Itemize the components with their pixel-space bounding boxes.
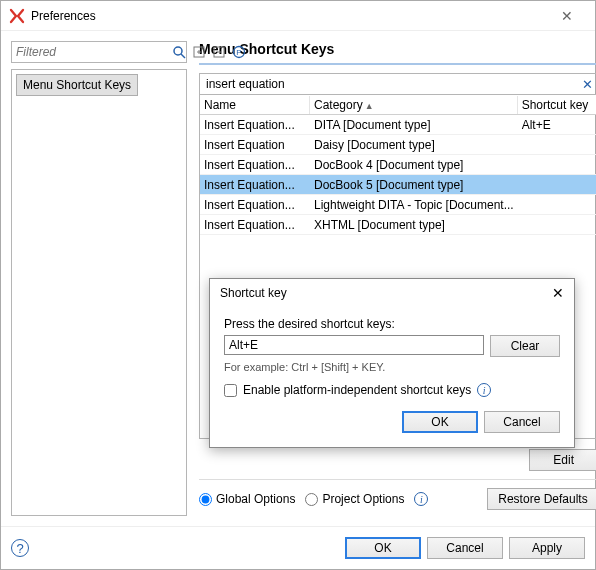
cell-category: Lightweight DITA - Topic [Document...	[310, 196, 518, 214]
shortcut-dialog: Shortcut key ✕ Press the desired shortcu…	[209, 278, 575, 448]
radio-global-input[interactable]	[199, 493, 212, 506]
clear-button[interactable]: Clear	[490, 335, 560, 357]
table-search-row: ✕	[199, 73, 596, 95]
preferences-window: Preferences ✕ P	[0, 0, 596, 570]
search-icon[interactable]	[171, 44, 187, 60]
window-title: Preferences	[31, 9, 547, 23]
platform-independent-checkbox[interactable]	[224, 384, 237, 397]
footer: ? OK Cancel Apply	[1, 526, 595, 569]
ok-button[interactable]: OK	[345, 537, 421, 559]
table-row[interactable]: Insert Equation...DITA [Document type]Al…	[200, 115, 596, 135]
cell-name: Insert Equation...	[200, 216, 310, 234]
close-icon[interactable]: ✕	[547, 8, 587, 24]
cell-category: DocBook 5 [Document type]	[310, 176, 518, 194]
col-category[interactable]: Category▲	[310, 96, 518, 114]
cell-category: DITA [Document type]	[310, 116, 518, 134]
cell-category: XHTML [Document type]	[310, 216, 518, 234]
cell-name: Insert Equation...	[200, 176, 310, 194]
dialog-title: Shortcut key	[220, 286, 287, 300]
dialog-hint: For example: Ctrl + [Shift] + KEY.	[224, 361, 560, 373]
cell-name: Insert Equation...	[200, 116, 310, 134]
svg-text:P: P	[236, 48, 241, 57]
tree-item-shortcuts[interactable]: Menu Shortcut Keys	[16, 74, 138, 96]
cell-name: Insert Equation	[200, 136, 310, 154]
radio-project-input[interactable]	[305, 493, 318, 506]
radio-project[interactable]: Project Options	[305, 492, 404, 506]
dialog-ok-button[interactable]: OK	[402, 411, 478, 433]
table-header: Name Category▲ Shortcut key	[200, 95, 596, 115]
cell-shortcut	[518, 143, 596, 147]
dialog-close-icon[interactable]: ✕	[552, 285, 564, 301]
filter-row: P	[11, 41, 187, 63]
body: P Menu Shortcut Keys Menu Shortcut Keys …	[1, 31, 595, 526]
dialog-cancel-button[interactable]: Cancel	[484, 411, 560, 433]
col-shortcut[interactable]: Shortcut key	[518, 96, 596, 114]
cell-name: Insert Equation...	[200, 196, 310, 214]
apply-button[interactable]: Apply	[509, 537, 585, 559]
table-row[interactable]: Insert Equation...Lightweight DITA - Top…	[200, 195, 596, 215]
table-row[interactable]: Insert Equation...DocBook 4 [Document ty…	[200, 155, 596, 175]
options-row: Global Options Project Options i Restore…	[199, 479, 596, 516]
cell-shortcut	[518, 163, 596, 167]
left-pane: P Menu Shortcut Keys	[11, 41, 187, 516]
table-body: Insert Equation...DITA [Document type]Al…	[200, 115, 596, 235]
filter-input[interactable]	[12, 43, 171, 61]
dialog-checkbox-row: Enable platform-independent shortcut key…	[224, 383, 560, 397]
dialog-buttons: OK Cancel	[224, 411, 560, 433]
table-search-input[interactable]	[200, 75, 578, 93]
cell-shortcut	[518, 203, 596, 207]
help-icon[interactable]: ?	[11, 539, 29, 557]
project-icon[interactable]: P	[231, 44, 247, 60]
radio-global[interactable]: Global Options	[199, 492, 295, 506]
radio-global-label: Global Options	[216, 492, 295, 506]
cell-name: Insert Equation...	[200, 156, 310, 174]
table-row[interactable]: Insert EquationDaisy [Document type]	[200, 135, 596, 155]
svg-point-0	[174, 47, 182, 55]
app-icon	[9, 8, 25, 24]
shortcut-input[interactable]	[224, 335, 484, 355]
edit-button[interactable]: Edit	[529, 449, 596, 471]
radio-project-label: Project Options	[322, 492, 404, 506]
cell-category: Daisy [Document type]	[310, 136, 518, 154]
platform-independent-label: Enable platform-independent shortcut key…	[243, 383, 471, 397]
dialog-titlebar: Shortcut key ✕	[210, 279, 574, 307]
cell-shortcut	[518, 183, 596, 187]
expand-icon[interactable]	[191, 44, 207, 60]
filter-icons: P	[171, 44, 249, 60]
titlebar: Preferences ✕	[1, 1, 595, 31]
category-tree[interactable]: Menu Shortcut Keys	[11, 69, 187, 516]
table-row[interactable]: Insert Equation...XHTML [Document type]	[200, 215, 596, 235]
table-row[interactable]: Insert Equation...DocBook 5 [Document ty…	[200, 175, 596, 195]
svg-line-1	[181, 54, 185, 58]
col-category-label: Category	[314, 98, 363, 112]
dialog-prompt: Press the desired shortcut keys:	[224, 317, 560, 331]
sort-asc-icon: ▲	[365, 101, 374, 111]
section-title: Menu Shortcut Keys	[199, 41, 596, 65]
cancel-button[interactable]: Cancel	[427, 537, 503, 559]
col-name[interactable]: Name	[200, 96, 310, 114]
dialog-body: Press the desired shortcut keys: Clear F…	[210, 307, 574, 447]
restore-defaults-button[interactable]: Restore Defaults	[487, 488, 596, 510]
dialog-info-icon[interactable]: i	[477, 383, 491, 397]
cell-category: DocBook 4 [Document type]	[310, 156, 518, 174]
cell-shortcut: Alt+E	[518, 116, 596, 134]
dialog-input-row: Clear	[224, 335, 560, 357]
info-icon[interactable]: i	[414, 492, 428, 506]
clear-search-icon[interactable]: ✕	[578, 77, 596, 92]
cell-shortcut	[518, 223, 596, 227]
collapse-icon[interactable]	[211, 44, 227, 60]
